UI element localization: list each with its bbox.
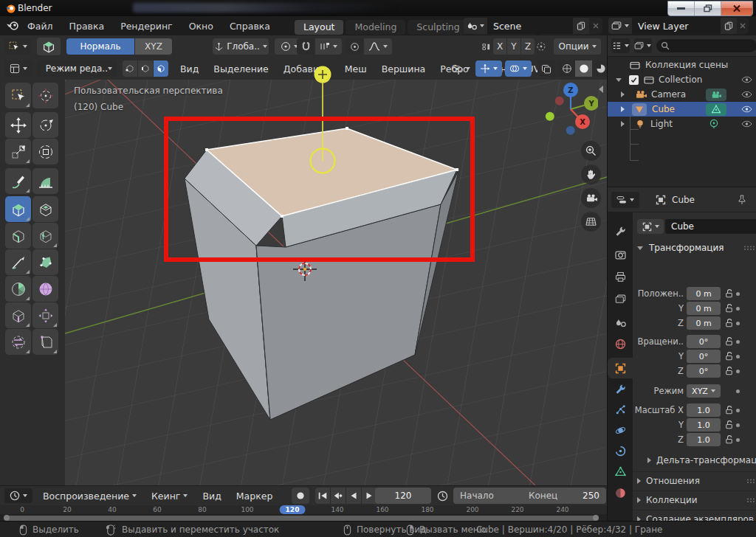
camera-view-button[interactable] [581, 188, 601, 208]
tool-spin[interactable] [5, 276, 31, 302]
transform-orientation-dropdown[interactable]: Глоба.. [213, 38, 269, 55]
outliner-row-scene-collection[interactable]: Коллекция сцены [608, 58, 756, 72]
jump-to-start-button[interactable] [315, 488, 331, 504]
tab-material[interactable] [608, 482, 633, 503]
eye-icon[interactable] [741, 76, 752, 83]
navigation-gizmo[interactable]: Z Y X [545, 80, 598, 139]
prev-keyframe-button[interactable] [331, 488, 346, 504]
expand-icon[interactable] [621, 106, 625, 112]
tool-shear[interactable] [5, 329, 31, 355]
animate-dot[interactable] [736, 322, 740, 325]
menu-window[interactable]: Окно [181, 16, 221, 35]
mirror-z-button[interactable]: Z [521, 38, 535, 55]
panel-relations[interactable]: Отношения [633, 471, 756, 490]
lock-icon[interactable] [724, 366, 734, 375]
tool-scale[interactable] [5, 139, 31, 164]
scale-x-field[interactable]: 1.0 [687, 403, 721, 417]
lock-icon[interactable] [724, 288, 734, 298]
current-frame-field[interactable]: 120 [375, 488, 431, 504]
tool-poly-build[interactable] [32, 249, 58, 275]
zoom-button[interactable] [581, 141, 601, 161]
collection-checkbox[interactable] [629, 75, 639, 85]
sidebar-toggle-icon[interactable] [599, 86, 603, 93]
transform-panel-header[interactable]: Трансформация [637, 243, 755, 253]
eye-icon[interactable] [741, 105, 752, 113]
tab-world[interactable] [608, 333, 633, 354]
timeline-ruler[interactable]: 0 20 40 60 80 100 120 140 160 180 200 22… [0, 505, 607, 514]
tab-layout[interactable]: Layout [295, 20, 344, 35]
mirror-y-button[interactable]: Y [507, 38, 520, 55]
menu-render[interactable]: Рендеринг [112, 16, 181, 35]
tool-transform[interactable] [32, 139, 58, 164]
menu-vertex[interactable]: Вершина [374, 58, 433, 80]
grip-icon[interactable] [746, 478, 756, 484]
tab-object-data[interactable] [608, 461, 633, 482]
proportional-edit-toggle[interactable] [346, 38, 363, 55]
axis-neg-y-ball[interactable] [546, 112, 554, 121]
panel-collections[interactable]: Коллекции [633, 491, 756, 509]
minimize-button[interactable] [668, 1, 695, 15]
record-button[interactable] [292, 488, 309, 504]
scale-z-field[interactable]: 1.0 [687, 433, 721, 446]
tool-knife[interactable] [5, 249, 31, 275]
scale-y-field[interactable]: 1.0 [687, 418, 721, 432]
lock-icon[interactable] [724, 318, 734, 328]
menu-view[interactable]: Вид [173, 58, 206, 80]
tool-rotate[interactable] [32, 112, 58, 138]
animate-dot[interactable] [736, 370, 740, 373]
animate-dot[interactable] [736, 292, 740, 296]
grip-icon[interactable] [746, 497, 756, 503]
view-layer-copy-button[interactable] [721, 18, 737, 34]
tool-edge-slide[interactable] [5, 302, 31, 328]
tab-view-layer[interactable] [608, 288, 633, 309]
snap-toggle-button[interactable] [297, 38, 315, 55]
tool-bevel[interactable] [5, 223, 31, 249]
tool-move[interactable] [5, 112, 31, 138]
lock-icon[interactable] [724, 303, 734, 313]
menu-select[interactable]: Выделение [206, 58, 275, 80]
animate-dot[interactable] [736, 423, 740, 427]
location-x-field[interactable]: 0 m [687, 287, 721, 300]
xray-toggle-button[interactable] [537, 60, 555, 77]
tool-measure[interactable] [32, 168, 58, 194]
tab-modifiers[interactable] [608, 378, 633, 399]
view-layer-unlink-button[interactable] [737, 18, 749, 34]
editor-type-dropdown[interactable] [4, 60, 32, 77]
axis-neg-z-ball[interactable] [566, 126, 575, 135]
close-button[interactable] [721, 1, 752, 15]
extrude-plus-handle[interactable] [312, 64, 333, 85]
menu-help[interactable]: Справка [221, 16, 278, 35]
scrollbar-thumb[interactable] [4, 516, 598, 521]
lock-icon[interactable] [724, 351, 734, 361]
options-dropdown[interactable]: Опции [554, 38, 601, 55]
menu-edit[interactable]: Правка [61, 16, 113, 35]
gizmos-dropdown[interactable] [475, 60, 502, 77]
rotation-mode-dropdown[interactable]: XYZ [687, 384, 721, 398]
tab-output[interactable] [608, 266, 633, 287]
lock-icon[interactable] [724, 336, 734, 346]
menu-view-timeline[interactable]: Вид [195, 486, 228, 505]
vertex-select-button[interactable] [123, 60, 137, 77]
expand-icon[interactable] [621, 121, 625, 127]
rotation-z-field[interactable]: 0° [687, 364, 721, 378]
stopwatch-icon[interactable] [437, 491, 448, 502]
tool-loop-cut[interactable] [32, 223, 58, 249]
scene-copy-button[interactable] [573, 18, 589, 34]
tool-smooth[interactable] [32, 276, 58, 302]
menu-marker[interactable]: Маркер [229, 486, 281, 505]
expand-icon[interactable] [621, 91, 625, 97]
view-layer-name-field[interactable]: View Layer [632, 18, 721, 34]
animate-dot[interactable] [736, 438, 740, 442]
animate-dot[interactable] [736, 340, 740, 344]
normal-toggle-button[interactable]: Нормаль [66, 38, 134, 55]
wireframe-shading-button[interactable] [558, 60, 575, 77]
proportional-falloff-dropdown[interactable] [364, 38, 392, 55]
tool-annotate[interactable] [5, 168, 31, 194]
tool-extrude-region[interactable] [5, 196, 31, 222]
axis-neg-x-ball[interactable] [555, 97, 564, 105]
outliner-row-light[interactable]: Light [608, 117, 756, 131]
scene-type-dropdown[interactable] [464, 18, 487, 34]
tool-cursor[interactable] [32, 83, 58, 108]
outliner-search-input[interactable] [656, 39, 756, 52]
properties-type-dropdown[interactable] [611, 192, 639, 208]
